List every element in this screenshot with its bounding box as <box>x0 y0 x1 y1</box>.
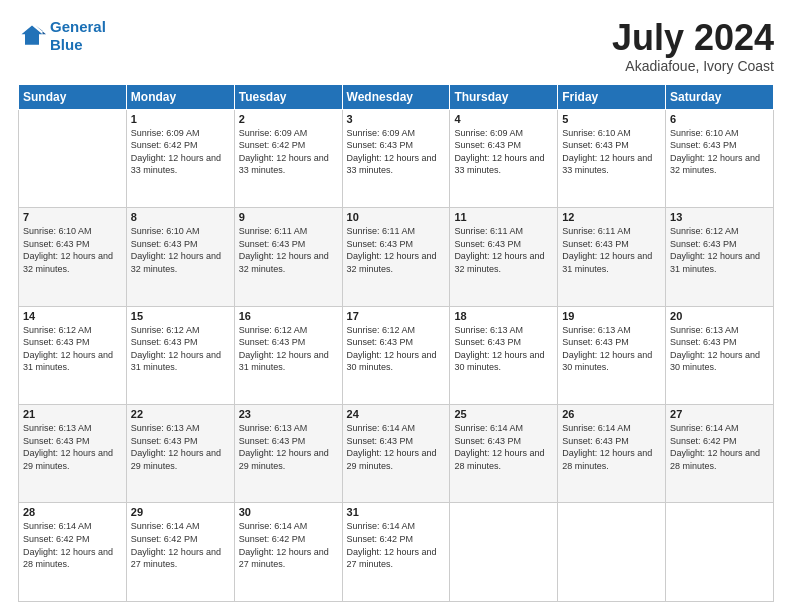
day-number: 29 <box>131 506 230 518</box>
calendar-cell: 28Sunrise: 6:14 AMSunset: 6:42 PMDayligh… <box>19 503 127 602</box>
calendar-week-1: 7Sunrise: 6:10 AMSunset: 6:43 PMDaylight… <box>19 208 774 306</box>
day-info: Sunrise: 6:12 AMSunset: 6:43 PMDaylight:… <box>131 324 230 374</box>
logo: General Blue <box>18 18 106 54</box>
day-number: 10 <box>347 211 446 223</box>
day-info: Sunrise: 6:14 AMSunset: 6:43 PMDaylight:… <box>562 422 661 472</box>
calendar-cell: 23Sunrise: 6:13 AMSunset: 6:43 PMDayligh… <box>234 405 342 503</box>
day-number: 18 <box>454 310 553 322</box>
calendar-cell: 16Sunrise: 6:12 AMSunset: 6:43 PMDayligh… <box>234 306 342 404</box>
day-info: Sunrise: 6:13 AMSunset: 6:43 PMDaylight:… <box>454 324 553 374</box>
day-number: 22 <box>131 408 230 420</box>
calendar-cell <box>558 503 666 602</box>
day-number: 1 <box>131 113 230 125</box>
day-number: 14 <box>23 310 122 322</box>
calendar-cell: 2Sunrise: 6:09 AMSunset: 6:42 PMDaylight… <box>234 109 342 207</box>
day-info: Sunrise: 6:14 AMSunset: 6:42 PMDaylight:… <box>670 422 769 472</box>
calendar-header-saturday: Saturday <box>666 84 774 109</box>
calendar-cell: 29Sunrise: 6:14 AMSunset: 6:42 PMDayligh… <box>126 503 234 602</box>
day-info: Sunrise: 6:13 AMSunset: 6:43 PMDaylight:… <box>131 422 230 472</box>
calendar-header-wednesday: Wednesday <box>342 84 450 109</box>
calendar-week-4: 28Sunrise: 6:14 AMSunset: 6:42 PMDayligh… <box>19 503 774 602</box>
calendar-header-friday: Friday <box>558 84 666 109</box>
day-info: Sunrise: 6:13 AMSunset: 6:43 PMDaylight:… <box>670 324 769 374</box>
calendar-cell: 11Sunrise: 6:11 AMSunset: 6:43 PMDayligh… <box>450 208 558 306</box>
day-info: Sunrise: 6:14 AMSunset: 6:42 PMDaylight:… <box>239 520 338 570</box>
day-info: Sunrise: 6:12 AMSunset: 6:43 PMDaylight:… <box>239 324 338 374</box>
day-number: 31 <box>347 506 446 518</box>
calendar-cell: 17Sunrise: 6:12 AMSunset: 6:43 PMDayligh… <box>342 306 450 404</box>
day-number: 16 <box>239 310 338 322</box>
month-title: July 2024 <box>612 18 774 58</box>
logo-text: General Blue <box>50 18 106 54</box>
day-info: Sunrise: 6:10 AMSunset: 6:43 PMDaylight:… <box>131 225 230 275</box>
day-number: 27 <box>670 408 769 420</box>
calendar-cell: 9Sunrise: 6:11 AMSunset: 6:43 PMDaylight… <box>234 208 342 306</box>
logo-line2: Blue <box>50 36 83 53</box>
calendar-header-thursday: Thursday <box>450 84 558 109</box>
day-number: 4 <box>454 113 553 125</box>
title-block: July 2024 Akadiafoue, Ivory Coast <box>612 18 774 74</box>
day-number: 20 <box>670 310 769 322</box>
calendar-cell <box>19 109 127 207</box>
day-info: Sunrise: 6:14 AMSunset: 6:42 PMDaylight:… <box>347 520 446 570</box>
day-number: 11 <box>454 211 553 223</box>
calendar-table: SundayMondayTuesdayWednesdayThursdayFrid… <box>18 84 774 602</box>
logo-line1: General <box>50 18 106 35</box>
day-info: Sunrise: 6:14 AMSunset: 6:42 PMDaylight:… <box>23 520 122 570</box>
day-info: Sunrise: 6:10 AMSunset: 6:43 PMDaylight:… <box>562 127 661 177</box>
calendar-week-0: 1Sunrise: 6:09 AMSunset: 6:42 PMDaylight… <box>19 109 774 207</box>
day-number: 12 <box>562 211 661 223</box>
calendar-cell: 26Sunrise: 6:14 AMSunset: 6:43 PMDayligh… <box>558 405 666 503</box>
day-number: 28 <box>23 506 122 518</box>
day-number: 21 <box>23 408 122 420</box>
calendar-cell: 22Sunrise: 6:13 AMSunset: 6:43 PMDayligh… <box>126 405 234 503</box>
calendar-cell: 5Sunrise: 6:10 AMSunset: 6:43 PMDaylight… <box>558 109 666 207</box>
day-info: Sunrise: 6:09 AMSunset: 6:42 PMDaylight:… <box>239 127 338 177</box>
day-number: 13 <box>670 211 769 223</box>
calendar-cell: 1Sunrise: 6:09 AMSunset: 6:42 PMDaylight… <box>126 109 234 207</box>
calendar-cell: 19Sunrise: 6:13 AMSunset: 6:43 PMDayligh… <box>558 306 666 404</box>
calendar-cell: 6Sunrise: 6:10 AMSunset: 6:43 PMDaylight… <box>666 109 774 207</box>
calendar-week-3: 21Sunrise: 6:13 AMSunset: 6:43 PMDayligh… <box>19 405 774 503</box>
day-info: Sunrise: 6:10 AMSunset: 6:43 PMDaylight:… <box>23 225 122 275</box>
day-info: Sunrise: 6:10 AMSunset: 6:43 PMDaylight:… <box>670 127 769 177</box>
calendar-cell: 30Sunrise: 6:14 AMSunset: 6:42 PMDayligh… <box>234 503 342 602</box>
day-info: Sunrise: 6:09 AMSunset: 6:43 PMDaylight:… <box>454 127 553 177</box>
day-number: 5 <box>562 113 661 125</box>
day-number: 6 <box>670 113 769 125</box>
day-number: 17 <box>347 310 446 322</box>
calendar-cell: 18Sunrise: 6:13 AMSunset: 6:43 PMDayligh… <box>450 306 558 404</box>
calendar-cell: 10Sunrise: 6:11 AMSunset: 6:43 PMDayligh… <box>342 208 450 306</box>
day-info: Sunrise: 6:12 AMSunset: 6:43 PMDaylight:… <box>670 225 769 275</box>
day-info: Sunrise: 6:11 AMSunset: 6:43 PMDaylight:… <box>347 225 446 275</box>
day-info: Sunrise: 6:12 AMSunset: 6:43 PMDaylight:… <box>347 324 446 374</box>
day-number: 9 <box>239 211 338 223</box>
day-number: 8 <box>131 211 230 223</box>
calendar-cell: 31Sunrise: 6:14 AMSunset: 6:42 PMDayligh… <box>342 503 450 602</box>
page: General Blue July 2024 Akadiafoue, Ivory… <box>0 0 792 612</box>
calendar-cell: 12Sunrise: 6:11 AMSunset: 6:43 PMDayligh… <box>558 208 666 306</box>
day-number: 19 <box>562 310 661 322</box>
calendar-cell: 21Sunrise: 6:13 AMSunset: 6:43 PMDayligh… <box>19 405 127 503</box>
day-number: 15 <box>131 310 230 322</box>
day-info: Sunrise: 6:09 AMSunset: 6:43 PMDaylight:… <box>347 127 446 177</box>
calendar-cell: 3Sunrise: 6:09 AMSunset: 6:43 PMDaylight… <box>342 109 450 207</box>
day-number: 26 <box>562 408 661 420</box>
day-info: Sunrise: 6:13 AMSunset: 6:43 PMDaylight:… <box>23 422 122 472</box>
calendar-cell: 4Sunrise: 6:09 AMSunset: 6:43 PMDaylight… <box>450 109 558 207</box>
day-info: Sunrise: 6:09 AMSunset: 6:42 PMDaylight:… <box>131 127 230 177</box>
calendar-week-2: 14Sunrise: 6:12 AMSunset: 6:43 PMDayligh… <box>19 306 774 404</box>
calendar-cell: 25Sunrise: 6:14 AMSunset: 6:43 PMDayligh… <box>450 405 558 503</box>
day-number: 7 <box>23 211 122 223</box>
location-subtitle: Akadiafoue, Ivory Coast <box>612 58 774 74</box>
calendar-header-row: SundayMondayTuesdayWednesdayThursdayFrid… <box>19 84 774 109</box>
calendar-header-monday: Monday <box>126 84 234 109</box>
day-number: 30 <box>239 506 338 518</box>
day-info: Sunrise: 6:11 AMSunset: 6:43 PMDaylight:… <box>454 225 553 275</box>
day-info: Sunrise: 6:14 AMSunset: 6:42 PMDaylight:… <box>131 520 230 570</box>
day-info: Sunrise: 6:14 AMSunset: 6:43 PMDaylight:… <box>347 422 446 472</box>
day-number: 25 <box>454 408 553 420</box>
day-number: 24 <box>347 408 446 420</box>
calendar-header-sunday: Sunday <box>19 84 127 109</box>
calendar-cell: 8Sunrise: 6:10 AMSunset: 6:43 PMDaylight… <box>126 208 234 306</box>
